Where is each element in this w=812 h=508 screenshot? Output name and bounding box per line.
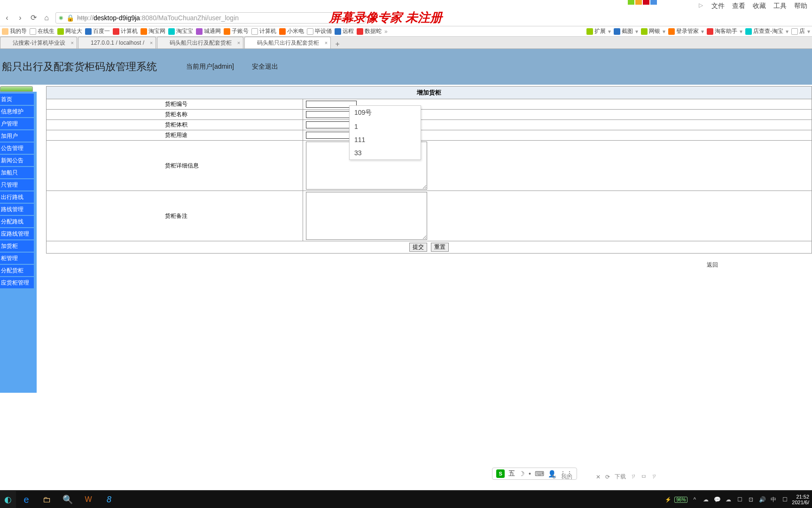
moon-icon[interactable]: ☽ (519, 470, 525, 477)
browser-tab[interactable]: 码头船只出行及配套货柜× (244, 37, 331, 48)
bookmark-item[interactable]: 登录管家▾ (668, 27, 704, 35)
bookmark-label: 小米电 (287, 27, 304, 35)
new-tab-button[interactable]: + (332, 40, 343, 48)
tab-close-icon[interactable]: × (71, 40, 74, 46)
sidebar: 首页信息维护户管理加用户公告管理新闻公告加船只只管理出行路线路线管理分配路线应路… (0, 86, 33, 393)
back-icon[interactable]: ‹ (3, 14, 11, 22)
bookmark-item[interactable]: 截图▾ (614, 27, 638, 35)
tab-close-icon[interactable]: × (150, 40, 153, 46)
taskbar-search-icon[interactable]: 🔍 (57, 491, 78, 508)
sidebar-item[interactable]: 首页 (0, 94, 34, 105)
bookmark-item[interactable]: 我的导 (2, 27, 27, 35)
sidebar-item[interactable]: 新闻公告 (0, 155, 34, 166)
bookmark-item[interactable]: 淘宝网 (141, 27, 165, 35)
sidebar-item[interactable]: 出行路线 (0, 191, 34, 203)
bookmark-item[interactable]: 店▾ (791, 27, 810, 35)
bookmark-item[interactable]: 子账号 (224, 27, 249, 35)
bookmark-item[interactable]: 小米电 (279, 27, 304, 35)
bookmark-item[interactable]: 淘宝宝 (168, 27, 193, 35)
bookmark-item[interactable]: 扩展▾ (586, 27, 611, 35)
sidebar-item[interactable]: 公告管理 (0, 143, 34, 154)
tray-ime-icon[interactable]: 中 (769, 495, 778, 504)
ime-label[interactable]: 五 (508, 469, 515, 478)
dl-my[interactable]: 我的 (561, 473, 572, 481)
bookmark-item[interactable]: 店查查-淘宝▾ (745, 27, 789, 35)
sidebar-item[interactable]: 加船只 (0, 167, 34, 178)
tray-action-icon[interactable]: ☐ (781, 495, 789, 504)
back-link[interactable]: 返回 (46, 254, 812, 269)
forward-icon[interactable]: › (16, 14, 24, 22)
autocomplete-option[interactable]: 111 (350, 133, 421, 146)
tray-display-icon[interactable]: ⊡ (747, 495, 755, 504)
textarea-input[interactable] (306, 192, 427, 240)
bookmark-label: 淘宝网 (148, 27, 165, 35)
taskbar-explorer-icon[interactable]: 🗀 (37, 491, 57, 508)
tray-wechat-icon[interactable]: 💬 (713, 495, 721, 504)
bookmark-item[interactable]: 在线生 (30, 27, 55, 35)
tray-cloud-icon[interactable]: ☁ (702, 495, 710, 504)
sidebar-item[interactable]: 路线管理 (0, 204, 34, 215)
autocomplete-option[interactable]: 109号 (350, 106, 421, 120)
bookmark-item[interactable]: 网址大 (57, 27, 82, 35)
taskbar-app-icon[interactable]: 8 (99, 491, 119, 508)
bookmark-item[interactable]: 毕设俑 (307, 27, 332, 35)
sidebar-item[interactable]: 只管理 (0, 179, 34, 190)
bookmark-label: 店查查-淘宝 (753, 27, 783, 35)
dl-p3[interactable]: ㄗ (651, 473, 657, 481)
dl-label[interactable]: 下载 (615, 473, 626, 481)
dl-p2[interactable]: ㅁ (641, 473, 647, 481)
submit-button[interactable]: 提交 (409, 243, 427, 252)
logout-link[interactable]: 安全退出 (252, 63, 278, 71)
autocomplete-option[interactable]: 33 (350, 146, 421, 159)
tray-chevron-icon[interactable]: ^ (690, 495, 699, 504)
url-sep: :// (88, 14, 94, 22)
tray-cloud2-icon[interactable]: ☁ (724, 495, 733, 504)
sidebar-item[interactable]: 柜管理 (0, 253, 34, 264)
system-tray: ⚡ 96% ^ ☁ 💬 ☁ ☐ ⊡ 🔊 中 ☐ 21:52 2021/6/ (665, 494, 812, 505)
clock[interactable]: 21:52 2021/6/ (792, 494, 809, 505)
browser-tab[interactable]: 沾搜索-计算机毕业设× (0, 37, 77, 48)
close-icon[interactable]: ✕ (596, 474, 601, 480)
sidebar-item[interactable]: 应货柜管理 (0, 277, 34, 288)
browser-tab[interactable]: 127.0.0.1 / localhost /× (78, 37, 156, 48)
tray-volume-icon[interactable]: 🔊 (758, 495, 766, 504)
browser-tab[interactable]: 码头船只出行及配套货柜× (157, 37, 243, 48)
bookmark-item[interactable]: 远程 (335, 27, 354, 35)
tab-close-icon[interactable]: × (325, 40, 328, 46)
refresh-icon[interactable]: ⟳ (605, 474, 610, 480)
bookmark-item[interactable]: 百度一 (85, 27, 110, 35)
sidebar-item[interactable]: 信息维护 (0, 106, 34, 117)
address-input[interactable]: ◉ 🔒 http://desktop-d9ig9ja:8080/MaTouChu… (55, 12, 366, 24)
reset-button[interactable]: 重置 (431, 243, 449, 252)
sidebar-item[interactable]: 应路线管理 (0, 228, 34, 239)
start-button[interactable]: ◐ (0, 491, 16, 508)
tab-label: 127.0.0.1 / localhost / (91, 40, 144, 46)
bookmark-label: 淘宝宝 (176, 27, 193, 35)
window-chrome (628, 0, 657, 5)
battery-level[interactable]: 96% (674, 497, 687, 503)
taskbar-browser-icon[interactable]: e (16, 491, 37, 508)
home-icon[interactable]: ⌂ (42, 14, 51, 22)
sidebar-item[interactable]: 分配路线 (0, 216, 34, 227)
sidebar-item[interactable]: 加货柜 (0, 240, 34, 252)
bookmark-item[interactable]: 计算机 (113, 27, 138, 35)
bookmark-item[interactable]: 城通网 (196, 27, 221, 35)
tray-box-icon[interactable]: ☐ (735, 495, 744, 504)
sidebar-item[interactable]: 加用户 (0, 130, 34, 142)
bookmark-item[interactable]: 计算机 (251, 27, 276, 35)
bookmark-item[interactable]: 数据蛇 (357, 27, 382, 35)
autocomplete-option[interactable]: 1 (350, 120, 421, 133)
keyboard-icon[interactable]: ⌨ (535, 470, 544, 477)
tab-close-icon[interactable]: × (237, 40, 240, 46)
bookmark-item[interactable]: 淘客助手▾ (707, 27, 742, 35)
form-row: 货柜详细信息 (46, 141, 812, 191)
sidebar-item[interactable]: 户管理 (0, 118, 34, 129)
taskbar-wps-icon[interactable]: W (78, 491, 99, 508)
sidebar-item[interactable]: 分配货柜 (0, 265, 34, 276)
dot-icon[interactable]: • (529, 470, 531, 477)
dl-p1[interactable]: ㄗ (631, 473, 636, 481)
reload-icon[interactable]: ⟳ (29, 14, 38, 22)
bookmark-item[interactable]: 网银▾ (641, 27, 665, 35)
bookmark-icon (57, 28, 64, 35)
bookmark-overflow[interactable]: » (384, 28, 388, 35)
